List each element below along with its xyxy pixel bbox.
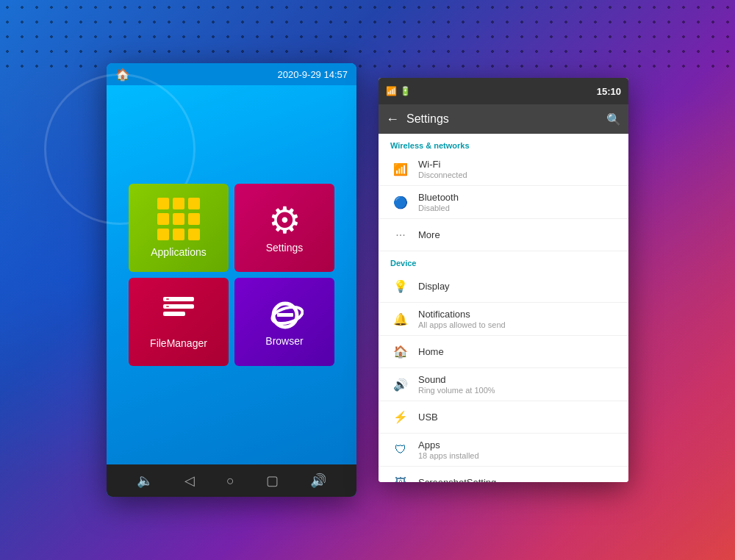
- bluetooth-title: Bluetooth: [418, 192, 617, 203]
- more-title: More: [418, 229, 617, 240]
- back-button[interactable]: ←: [386, 112, 399, 127]
- status-datetime: 2020-9-29 14:57: [278, 69, 348, 80]
- screenshot-icon: 🖼: [390, 476, 411, 483]
- nav-volume-up[interactable]: 🔊: [306, 469, 330, 492]
- wifi-title: Wi-Fi: [418, 159, 617, 170]
- bluetooth-subtitle: Disabled: [418, 204, 617, 212]
- home-setting-icon: 🏠: [390, 345, 411, 359]
- nav-home[interactable]: ○: [223, 470, 238, 492]
- settings-topbar: 📶 🔋 15:10: [379, 78, 628, 104]
- more-icon: ···: [390, 229, 411, 242]
- phone-navbar: 🔈 ◁ ○ ▢ 🔊: [107, 464, 356, 497]
- search-button[interactable]: 🔍: [606, 112, 621, 126]
- home-title: Home: [418, 346, 617, 357]
- usb-title: USB: [418, 412, 617, 423]
- nav-volume-down[interactable]: 🔈: [133, 469, 157, 492]
- left-device: 🏠 2020-9-29 14:57: [107, 63, 356, 497]
- tile-applications[interactable]: Applications: [129, 184, 229, 272]
- apps-grid-icon: [157, 198, 200, 240]
- settings-title: Settings: [406, 112, 599, 126]
- topbar-icons: 📶 🔋: [386, 86, 411, 96]
- settings-item-notifications[interactable]: 🔔 Notifications All apps allowed to send: [379, 303, 628, 336]
- tile-settings[interactable]: ⚙ Settings: [234, 184, 334, 272]
- display-title: Display: [418, 281, 617, 292]
- battery-icon: 🔋: [400, 86, 411, 96]
- settings-item-bluetooth[interactable]: 🔵 Bluetooth Disabled: [379, 186, 628, 219]
- apps-title: Apps: [418, 439, 617, 450]
- sound-icon: 🔊: [390, 378, 411, 392]
- browser-ie-icon: [267, 297, 302, 332]
- wifi-subtitle: Disconnected: [418, 170, 617, 179]
- tile-settings-label: Settings: [266, 242, 304, 254]
- topbar-time: 15:10: [597, 86, 621, 97]
- wifi-icon: 📶: [390, 162, 411, 176]
- settings-item-sound[interactable]: 🔊 Sound Ring volume at 100%: [379, 368, 628, 401]
- settings-item-more[interactable]: ··· More: [379, 219, 628, 251]
- settings-item-screenshot[interactable]: 🖼 ScreenshotSetting: [379, 467, 628, 482]
- notifications-subtitle: All apps allowed to send: [418, 320, 617, 329]
- svg-rect-3: [166, 298, 169, 300]
- display-icon: 💡: [390, 279, 411, 293]
- tile-filemanager-label: FileManager: [150, 337, 207, 349]
- filemanager-icon: [162, 295, 196, 333]
- apps-icon: 🛡: [390, 443, 411, 456]
- bluetooth-icon: 🔵: [390, 195, 411, 209]
- settings-list: Wireless & networks 📶 Wi-Fi Disconnected…: [379, 134, 628, 482]
- apps-subtitle: 18 apps installed: [418, 451, 617, 460]
- svg-rect-4: [166, 306, 169, 307]
- screenshot-title: ScreenshotSetting: [418, 477, 617, 482]
- gear-icon: ⚙: [268, 202, 301, 239]
- tile-browser[interactable]: Browser: [234, 278, 334, 366]
- notifications-title: Notifications: [418, 309, 617, 320]
- signal-icon: 📶: [386, 86, 397, 96]
- notifications-icon: 🔔: [390, 312, 411, 326]
- settings-item-wifi[interactable]: 📶 Wi-Fi Disconnected: [379, 153, 628, 186]
- settings-header: ← Settings 🔍: [379, 104, 628, 134]
- nav-recent[interactable]: ▢: [262, 469, 282, 492]
- section-header-wireless: Wireless & networks: [379, 134, 628, 153]
- settings-item-apps[interactable]: 🛡 Apps 18 apps installed: [379, 434, 628, 467]
- phone-content: Applications ⚙ Settings: [107, 85, 356, 464]
- settings-item-home[interactable]: 🏠 Home: [379, 336, 628, 368]
- usb-icon: ⚡: [390, 410, 411, 424]
- settings-item-usb[interactable]: ⚡ USB: [379, 401, 628, 434]
- sound-title: Sound: [418, 374, 617, 385]
- sound-subtitle: Ring volume at 100%: [418, 386, 617, 395]
- tile-applications-label: Applications: [151, 246, 207, 258]
- settings-item-display[interactable]: 💡 Display: [379, 270, 628, 303]
- app-grid: Applications ⚙ Settings: [129, 184, 334, 366]
- svg-rect-7: [277, 313, 293, 317]
- tile-browser-label: Browser: [265, 335, 303, 347]
- section-header-device: Device: [379, 251, 628, 270]
- settings-panel: 📶 🔋 15:10 ← Settings 🔍 Wireless & networ…: [379, 78, 628, 482]
- main-container: 🏠 2020-9-29 14:57: [0, 0, 735, 560]
- svg-rect-2: [163, 312, 185, 316]
- tile-filemanager[interactable]: FileManager: [129, 278, 229, 366]
- nav-back[interactable]: ◁: [181, 469, 198, 492]
